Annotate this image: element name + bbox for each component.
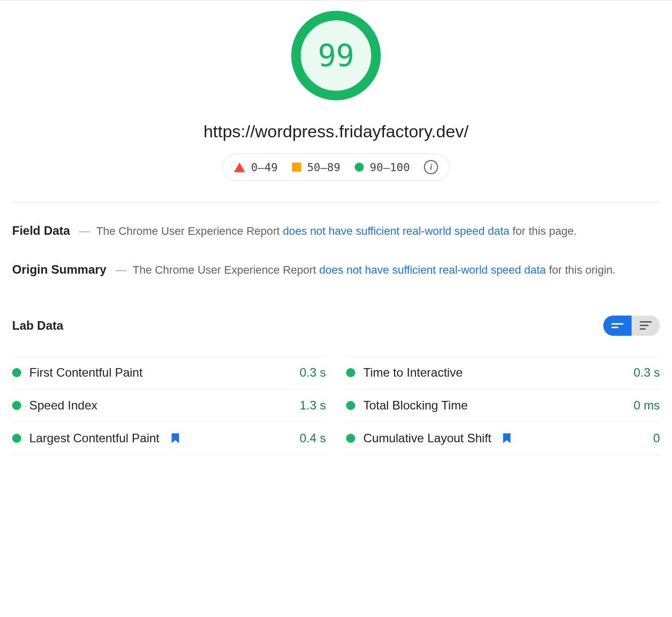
origin-summary-title: Origin Summary	[12, 263, 107, 276]
score-gauge: 99	[288, 8, 384, 104]
metric-row[interactable]: Total Blocking Time0 ms	[346, 389, 660, 422]
metric-row[interactable]: First Contentful Paint0.3 s	[12, 356, 326, 389]
origin-summary-prefix: The Chrome User Experience Report	[133, 264, 319, 276]
status-dot-icon	[346, 434, 355, 443]
dash-separator: —	[116, 264, 127, 276]
origin-summary-link[interactable]: does not have sufficient real-world spee…	[319, 264, 546, 276]
lab-metrics: First Contentful Paint0.3 sSpeed Index1.…	[12, 356, 660, 455]
field-data-prefix: The Chrome User Experience Report	[97, 225, 283, 237]
metric-label: Largest Contentful Paint	[29, 431, 160, 445]
origin-summary-suffix: for this origin.	[546, 264, 615, 276]
legend-poor: 0–49	[234, 161, 278, 174]
field-data-title: Field Data	[12, 224, 70, 237]
field-data-suffix: for this page.	[509, 225, 577, 237]
lab-data-title: Lab Data	[12, 319, 63, 333]
metric-value: 0.4 s	[300, 431, 326, 445]
metric-value: 0.3 s	[634, 366, 660, 380]
legend-poor-range: 0–49	[251, 161, 278, 174]
metric-value: 0 ms	[634, 398, 660, 413]
metric-label: First Contentful Paint	[29, 366, 142, 380]
status-dot-icon	[12, 434, 21, 443]
legend-good: 90–100	[355, 161, 410, 174]
view-expanded-button[interactable]	[603, 316, 632, 336]
metric-label: Total Blocking Time	[363, 398, 468, 413]
score-value: 99	[288, 8, 384, 104]
metric-row[interactable]: Time to Interactive0.3 s	[346, 356, 660, 389]
field-data-section: Field Data — The Chrome User Experience …	[12, 221, 660, 241]
legend-average: 50–89	[292, 161, 341, 174]
metric-row[interactable]: Cumulative Layout Shift0	[346, 422, 660, 455]
status-dot-icon	[346, 401, 355, 410]
metric-value: 0	[653, 431, 660, 445]
page-url: https://wordpress.fridayfactory.dev/	[12, 122, 660, 141]
status-dot-icon	[346, 368, 355, 377]
status-dot-icon	[12, 368, 21, 377]
metric-label: Cumulative Layout Shift	[363, 431, 491, 445]
dash-separator: —	[79, 225, 90, 237]
score-section: 99 https://wordpress.fridayfactory.dev/ …	[12, 1, 660, 181]
status-dot-icon	[12, 401, 21, 410]
legend-average-range: 50–89	[307, 161, 341, 174]
metric-value: 0.3 s	[300, 366, 326, 380]
collapsed-view-icon	[640, 321, 652, 330]
origin-summary-section: Origin Summary — The Chrome User Experie…	[12, 260, 660, 280]
metric-label: Speed Index	[29, 398, 98, 413]
bookmark-icon	[502, 433, 511, 444]
metric-label: Time to Interactive	[363, 366, 463, 380]
view-toggle	[603, 316, 660, 336]
triangle-icon	[234, 163, 245, 172]
view-collapsed-button[interactable]	[632, 316, 660, 336]
score-legend: 0–49 50–89 90–100 i	[222, 153, 450, 181]
bookmark-icon	[171, 433, 180, 444]
metric-row[interactable]: Speed Index1.3 s	[12, 389, 326, 422]
circle-icon	[355, 163, 364, 172]
expanded-view-icon	[611, 323, 623, 328]
square-icon	[292, 163, 301, 172]
metric-row[interactable]: Largest Contentful Paint0.4 s	[12, 422, 326, 455]
info-icon[interactable]: i	[424, 160, 438, 174]
legend-good-range: 90–100	[370, 161, 410, 174]
field-data-link[interactable]: does not have sufficient real-world spee…	[283, 225, 509, 237]
metric-value: 1.3 s	[300, 398, 326, 413]
